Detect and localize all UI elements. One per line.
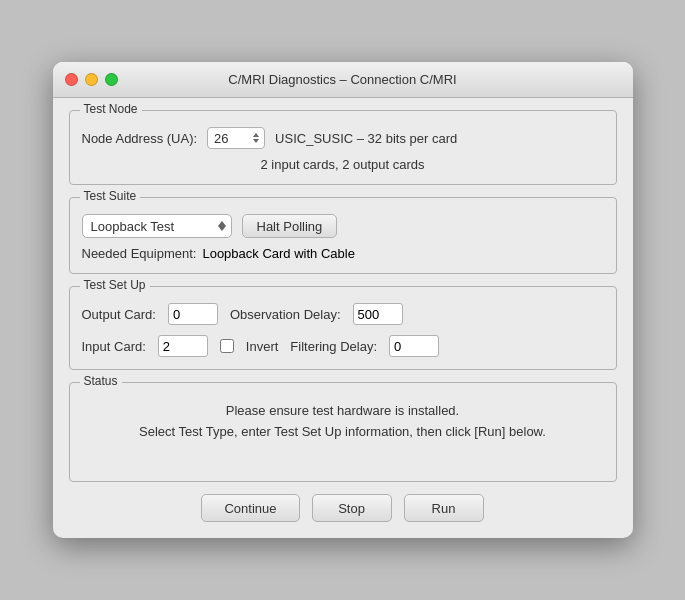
test-setup-group: Test Set Up Output Card: Observation Del… (69, 286, 617, 370)
window-title: C/MRI Diagnostics – Connection C/MRI (228, 72, 456, 87)
node-address-row: Node Address (UA): 26 0 1 USIC_SUSIC – 3… (82, 127, 604, 149)
status-text-area: Please ensure test hardware is installed… (82, 401, 604, 443)
continue-button[interactable]: Continue (201, 494, 299, 522)
cards-info-text: 2 input cards, 2 output cards (82, 157, 604, 172)
observation-delay-input[interactable] (353, 303, 403, 325)
setup-row-2: Input Card: Invert Filtering Delay: (82, 335, 604, 357)
invert-label: Invert (246, 339, 279, 354)
suite-controls-row: Loopback Test Bit Pattern Test RAM Test … (82, 214, 604, 238)
test-setup-label: Test Set Up (80, 278, 150, 292)
setup-row-1: Output Card: Observation Delay: (82, 303, 604, 325)
output-card-input[interactable] (168, 303, 218, 325)
node-address-label: Node Address (UA): (82, 131, 198, 146)
filtering-delay-label: Filtering Delay: (290, 339, 377, 354)
test-suite-group: Test Suite Loopback Test Bit Pattern Tes… (69, 197, 617, 274)
stop-button[interactable]: Stop (312, 494, 392, 522)
content-area: Test Node Node Address (UA): 26 0 1 USIC… (53, 98, 633, 538)
test-type-select[interactable]: Loopback Test Bit Pattern Test RAM Test (82, 214, 232, 238)
invert-checkbox[interactable] (220, 339, 234, 353)
status-label: Status (80, 374, 122, 388)
needed-equipment-value: Loopback Card with Cable (202, 246, 354, 261)
node-address-select[interactable]: 26 0 1 (207, 127, 265, 149)
observation-delay-label: Observation Delay: (230, 307, 341, 322)
bottom-buttons: Continue Stop Run (69, 494, 617, 522)
filtering-delay-input[interactable] (389, 335, 439, 357)
status-line-2: Select Test Type, enter Test Set Up info… (82, 422, 604, 443)
titlebar: C/MRI Diagnostics – Connection C/MRI (53, 62, 633, 98)
status-group: Status Please ensure test hardware is in… (69, 382, 617, 482)
equipment-row: Needed Equipment: Loopback Card with Cab… (82, 246, 604, 261)
needed-equipment-label: Needed Equipment: (82, 246, 197, 261)
test-node-label: Test Node (80, 102, 142, 116)
maximize-button[interactable] (105, 73, 118, 86)
setup-grid: Output Card: Observation Delay: Input Ca… (82, 303, 604, 357)
input-card-input[interactable] (158, 335, 208, 357)
status-line-1: Please ensure test hardware is installed… (82, 401, 604, 422)
minimize-button[interactable] (85, 73, 98, 86)
test-node-group: Test Node Node Address (UA): 26 0 1 USIC… (69, 110, 617, 185)
node-info-text: USIC_SUSIC – 32 bits per card (275, 131, 457, 146)
input-card-label: Input Card: (82, 339, 146, 354)
main-window: C/MRI Diagnostics – Connection C/MRI Tes… (53, 62, 633, 538)
output-card-label: Output Card: (82, 307, 156, 322)
close-button[interactable] (65, 73, 78, 86)
halt-polling-button[interactable]: Halt Polling (242, 214, 338, 238)
traffic-lights (65, 73, 118, 86)
run-button[interactable]: Run (404, 494, 484, 522)
test-suite-label: Test Suite (80, 189, 141, 203)
